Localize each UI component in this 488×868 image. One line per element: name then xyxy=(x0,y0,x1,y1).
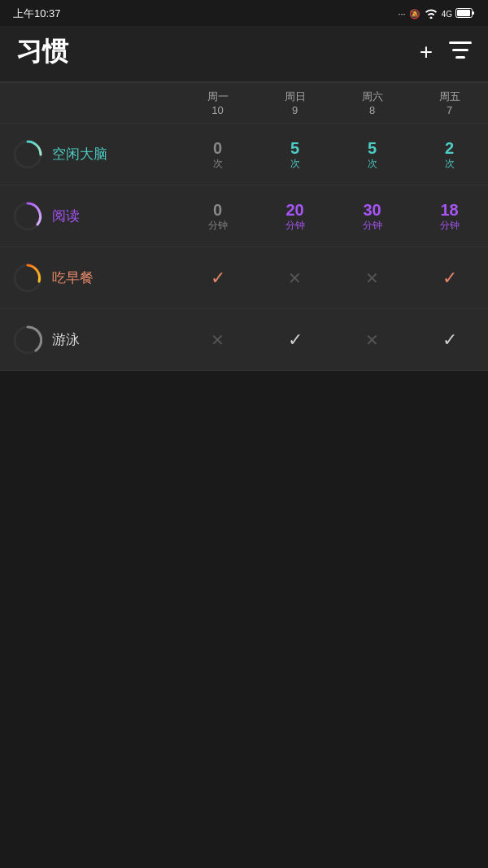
day-num-monday: 10 xyxy=(179,104,256,116)
habit-cell-chizaocan-sat: ✕ xyxy=(333,268,411,288)
col-day-sunday: 周日 9 xyxy=(256,89,333,116)
cross-icon-youyong-sat: ✕ xyxy=(365,330,379,350)
habit-row-kongxiandanao[interactable]: 空闲大脑 0 次 5 次 5 次 2 次 xyxy=(0,124,488,185)
habit-cell-kongxian-sat: 5 次 xyxy=(333,138,411,169)
habit-info-chizaocan: 吃早餐 xyxy=(0,254,179,303)
column-headers: 周一 10 周日 9 周六 8 周五 7 xyxy=(0,83,488,124)
svg-rect-4 xyxy=(452,49,468,51)
svg-rect-1 xyxy=(457,10,470,16)
habit-cell-youyong-sat: ✕ xyxy=(333,330,411,350)
signal-dots: ··· xyxy=(398,9,405,19)
header-actions: + xyxy=(420,41,472,63)
habit-icon-chizaocan xyxy=(13,264,42,293)
check-icon-youyong-sun: ✓ xyxy=(288,329,303,351)
day-num-sunday: 9 xyxy=(256,104,333,116)
check-icon-chizaocan-fri: ✓ xyxy=(442,268,457,289)
day-num-saturday: 8 xyxy=(333,104,411,116)
habit-name-yuedu: 阅读 xyxy=(52,207,80,225)
habit-name-kongxiandanao: 空闲大脑 xyxy=(52,145,107,164)
check-icon-youyong-fri: ✓ xyxy=(442,329,457,351)
network-label: 4G xyxy=(442,10,452,19)
habit-info-kongxiandanao: 空闲大脑 xyxy=(0,130,179,179)
cross-icon-youyong-mon: ✕ xyxy=(211,330,224,350)
app-header: 习惯 + xyxy=(0,26,488,81)
svg-rect-5 xyxy=(455,56,465,59)
habit-cell-kongxian-sun: 5 次 xyxy=(256,138,333,169)
day-label-sunday: 周日 xyxy=(256,89,333,104)
habit-cell-kongxian-mon: 0 次 xyxy=(179,138,256,169)
page-title: 习惯 xyxy=(16,34,68,70)
habit-info-yuedu: 阅读 xyxy=(0,192,179,241)
habit-name-chizaocan: 吃早餐 xyxy=(52,268,94,287)
status-time: 上午10:37 xyxy=(13,7,61,21)
habit-name-col-header xyxy=(0,89,179,116)
status-icons: ··· 🔕 4G xyxy=(398,7,475,20)
col-day-saturday: 周六 8 xyxy=(333,89,411,116)
habit-cell-youyong-mon: ✕ xyxy=(179,330,256,350)
habit-cell-kongxian-fri: 2 次 xyxy=(411,138,488,169)
habit-cell-youyong-fri: ✓ xyxy=(411,329,488,351)
habit-cell-chizaocan-sun: ✕ xyxy=(256,268,333,288)
col-day-monday: 周一 10 xyxy=(179,89,256,116)
habit-icon-youyong xyxy=(13,325,42,355)
status-bar: 上午10:37 ··· 🔕 4G xyxy=(0,0,488,26)
habit-icon-yuedu xyxy=(13,202,42,231)
habit-cell-chizaocan-fri: ✓ xyxy=(411,268,488,289)
habit-cell-youyong-sun: ✓ xyxy=(256,329,333,351)
day-label-friday: 周五 xyxy=(411,89,488,104)
habit-cell-yuedu-sun: 20 分钟 xyxy=(256,200,333,231)
svg-rect-3 xyxy=(449,41,472,44)
day-num-friday: 7 xyxy=(411,104,488,116)
day-label-saturday: 周六 xyxy=(333,89,411,104)
cross-icon-chizaocan-sat: ✕ xyxy=(365,268,379,288)
habit-row-yuedu[interactable]: 阅读 0 分钟 20 分钟 30 分钟 18 分钟 xyxy=(0,185,488,247)
mute-icon: 🔕 xyxy=(409,9,420,20)
habit-cell-yuedu-mon: 0 分钟 xyxy=(179,200,256,231)
habit-icon-kongxiandanao xyxy=(13,140,42,169)
habit-row-youyong[interactable]: 游泳 ✕ ✓ ✕ ✓ xyxy=(0,309,488,371)
col-day-friday: 周五 7 xyxy=(411,89,488,116)
habit-name-youyong: 游泳 xyxy=(52,330,80,349)
habit-cell-chizaocan-mon: ✓ xyxy=(179,268,256,289)
day-label-monday: 周一 xyxy=(179,89,256,104)
battery-icon xyxy=(455,8,475,20)
filter-button[interactable] xyxy=(449,41,472,63)
habit-cell-yuedu-sat: 30 分钟 xyxy=(333,200,411,231)
check-icon-chizaocan-mon: ✓ xyxy=(211,268,225,289)
habit-row-chizaocan[interactable]: 吃早餐 ✓ ✕ ✕ ✓ xyxy=(0,247,488,309)
cross-icon-chizaocan-sun: ✕ xyxy=(288,268,302,288)
svg-rect-2 xyxy=(473,11,474,15)
habit-cell-yuedu-fri: 18 分钟 xyxy=(411,200,488,231)
habit-info-youyong: 游泳 xyxy=(0,316,179,364)
add-habit-button[interactable]: + xyxy=(420,41,433,63)
wifi-icon xyxy=(424,7,438,20)
